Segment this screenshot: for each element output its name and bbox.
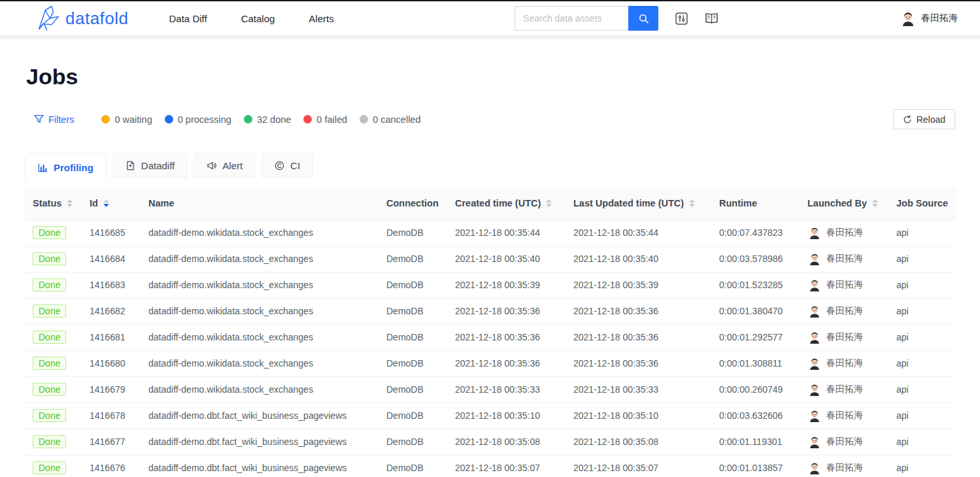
table-row[interactable]: Done 1416677 datadiff-demo.dbt.fact_wiki…	[25, 429, 956, 455]
job-name-cell: datadiff-demo.wikidata.stock_exchanges	[141, 350, 379, 376]
table-row[interactable]: Done 1416678 datadiff-demo.dbt.fact_wiki…	[25, 403, 956, 429]
legend-label: 0 failed	[316, 114, 347, 125]
table-row[interactable]: Done 1416676 datadiff-demo.dbt.fact_wiki…	[25, 455, 956, 477]
updated-time-cell: 2021-12-18 00:35:07	[566, 455, 711, 477]
avatar	[807, 278, 822, 292]
connection-cell: DemoDB	[379, 272, 447, 298]
tab-label: Profiling	[54, 162, 93, 173]
updated-time-cell: 2021-12-18 00:35:39	[566, 272, 711, 298]
settings-sliders-icon[interactable]	[675, 12, 688, 25]
sort-carets[interactable]	[67, 199, 73, 207]
job-id-cell: 1416683	[82, 272, 141, 298]
datafold-logo[interactable]: datafold	[33, 5, 129, 32]
filters-row: Filters 0 waiting 0 processing 32 done 0…	[25, 109, 955, 129]
connection-cell: DemoDB	[379, 403, 447, 429]
column-header-launched-by[interactable]: Launched By	[800, 187, 888, 220]
job-id-cell: 1416679	[82, 376, 141, 403]
connection-cell: DemoDB	[379, 376, 447, 403]
sort-carets[interactable]	[689, 199, 695, 207]
table-row[interactable]: Done 1416681 datadiff-demo.wikidata.stoc…	[25, 324, 956, 350]
tab-datadiff[interactable]: Datadiff	[112, 153, 188, 178]
status-badge: Done	[33, 278, 66, 291]
status-badge: Done	[33, 383, 66, 396]
status-cell: Done	[25, 246, 82, 272]
runtime-cell: 0:00:01.380470	[711, 298, 800, 324]
status-cell: Done	[25, 403, 82, 429]
runtime-cell: 0:00:00.260749	[711, 376, 800, 403]
job-type-tabs: Profiling Datadiff Alert CI	[25, 153, 955, 182]
job-id-cell: 1416681	[82, 324, 141, 350]
runtime-cell: 0:00:01.119301	[711, 429, 800, 455]
launched-by-name: 春田拓海	[826, 357, 863, 369]
connection-cell: DemoDB	[379, 298, 447, 324]
connection-cell: DemoDB	[379, 324, 447, 350]
tab-alert[interactable]: Alert	[194, 153, 256, 178]
status-cell: Done	[25, 298, 82, 324]
status-badge: Done	[33, 331, 66, 344]
table-row[interactable]: Done 1416683 datadiff-demo.wikidata.stoc…	[25, 272, 956, 298]
job-source-cell: api	[888, 429, 956, 455]
datafold-bird-icon	[33, 5, 60, 32]
updated-time-cell: 2021-12-18 00:35:36	[566, 298, 711, 324]
reload-button[interactable]: Reload	[893, 109, 955, 129]
runtime-cell: 0:00:01.523285	[711, 272, 800, 298]
launched-by-name: 春田拓海	[826, 410, 863, 421]
table-header-row: Status Id Name	[25, 187, 956, 220]
search-input[interactable]	[515, 6, 628, 31]
docs-book-icon[interactable]	[705, 12, 718, 24]
status-badge: Done	[33, 304, 66, 318]
tab-label: CI	[290, 160, 300, 171]
nav-item-data-diff[interactable]: Data Diff	[169, 13, 207, 24]
navbar-divider	[0, 35, 980, 39]
tab-label: Alert	[222, 160, 243, 171]
user-name: 春田拓海	[921, 12, 958, 24]
status-cell: Done	[25, 220, 82, 246]
sort-carets[interactable]	[103, 199, 109, 207]
job-name-cell: datadiff-demo.dbt.fact_wiki_business_pag…	[141, 455, 379, 477]
table-row[interactable]: Done 1416679 datadiff-demo.wikidata.stoc…	[25, 376, 956, 403]
status-badge: Done	[33, 435, 66, 448]
job-source-cell: api	[888, 455, 956, 477]
column-label: Status	[33, 198, 61, 208]
job-source-cell: api	[888, 403, 956, 429]
table-row[interactable]: Done 1416684 datadiff-demo.wikidata.stoc…	[25, 246, 956, 272]
job-name-cell: datadiff-demo.dbt.fact_wiki_business_pag…	[141, 403, 379, 429]
legend-failed: 0 failed	[303, 114, 347, 125]
launched-by-cell: 春田拓海	[800, 429, 888, 455]
job-id-cell: 1416676	[82, 455, 141, 477]
table-row[interactable]: Done 1416680 datadiff-demo.wikidata.stoc…	[25, 350, 956, 376]
search-icon	[638, 13, 649, 24]
created-time-cell: 2021-12-18 00:35:40	[447, 246, 566, 272]
job-id-cell: 1416684	[82, 246, 141, 272]
search-button[interactable]	[628, 6, 658, 31]
column-header-status[interactable]: Status	[25, 187, 82, 220]
user-menu[interactable]: 春田拓海	[900, 10, 958, 27]
table-row[interactable]: Done 1416685 datadiff-demo.wikidata.stoc…	[25, 220, 956, 246]
filters-button[interactable]: Filters	[34, 114, 74, 125]
tab-profiling[interactable]: Profiling	[25, 153, 107, 182]
column-label: Launched By	[807, 198, 867, 208]
avatar	[807, 252, 822, 266]
job-name-cell: datadiff-demo.wikidata.stock_exchanges	[141, 324, 379, 350]
avatar	[807, 382, 822, 397]
nav-item-alerts[interactable]: Alerts	[309, 13, 333, 24]
status-cell: Done	[25, 324, 82, 350]
column-label: Job Source	[896, 198, 948, 208]
sort-carets[interactable]	[546, 199, 552, 207]
job-source-cell: api	[888, 298, 956, 324]
top-navbar: datafold Data Diff Catalog Alerts 春田拓海	[0, 1, 980, 35]
tab-ci[interactable]: CI	[262, 153, 313, 178]
nav-item-catalog[interactable]: Catalog	[241, 13, 275, 24]
column-header-last-updated-time[interactable]: Last Updated time (UTC)	[566, 187, 711, 220]
sort-carets[interactable]	[872, 199, 878, 207]
column-header-created-time[interactable]: Created time (UTC)	[447, 187, 566, 220]
table-row[interactable]: Done 1416682 datadiff-demo.wikidata.stoc…	[25, 298, 956, 324]
job-id-cell: 1416682	[82, 298, 141, 324]
launched-by-name: 春田拓海	[826, 279, 863, 291]
launched-by-name: 春田拓海	[826, 384, 863, 395]
updated-time-cell: 2021-12-18 00:35:08	[566, 429, 711, 455]
column-header-id[interactable]: Id	[82, 187, 141, 220]
created-time-cell: 2021-12-18 00:35:07	[447, 455, 566, 477]
tab-label: Datadiff	[141, 160, 175, 171]
created-time-cell: 2021-12-18 00:35:44	[447, 220, 566, 246]
